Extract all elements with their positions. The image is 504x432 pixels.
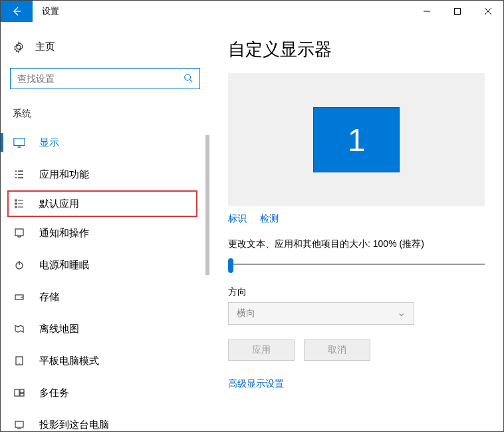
sidebar-item-label: 通知和操作: [39, 227, 89, 240]
default-apps-icon: [13, 197, 26, 210]
identify-link[interactable]: 标识: [228, 213, 247, 225]
multitask-icon: [13, 386, 26, 399]
maximize-icon: [454, 8, 461, 15]
project-icon: [13, 418, 26, 431]
sidebar: 主页 系统 显示 应用和功能: [1, 22, 209, 431]
slider-thumb[interactable]: [228, 258, 233, 273]
sidebar-item-notifications[interactable]: 通知和操作: [1, 217, 209, 249]
svg-point-1: [185, 74, 191, 80]
svg-rect-11: [20, 393, 24, 396]
slider-track: [228, 264, 485, 265]
scale-slider[interactable]: [228, 256, 485, 274]
sidebar-item-maps[interactable]: 离线地图: [1, 313, 209, 345]
search-input[interactable]: [17, 73, 184, 84]
minimize-icon: [424, 8, 430, 15]
svg-rect-3: [15, 229, 23, 236]
sidebar-section-label: 系统: [1, 89, 209, 126]
list-icon: [13, 168, 26, 181]
sidebar-nav: 显示 应用和功能 默认应用 通知和操作: [1, 126, 209, 432]
back-button[interactable]: [1, 1, 33, 22]
svg-rect-2: [14, 138, 25, 146]
maximize-button[interactable]: [442, 1, 473, 22]
sidebar-home-label: 主页: [35, 41, 55, 53]
svg-point-8: [19, 363, 20, 364]
display-icon: [13, 136, 26, 149]
window-title: 设置: [42, 5, 59, 17]
svg-rect-12: [15, 421, 23, 427]
orientation-label: 方向: [228, 286, 485, 298]
sidebar-item-project[interactable]: 投影到这台电脑: [1, 409, 209, 432]
sidebar-item-label: 显示: [39, 136, 59, 149]
map-icon: [13, 322, 26, 335]
button-row: 应用 取消: [228, 339, 485, 361]
titlebar: 设置: [1, 1, 503, 22]
close-icon: [485, 8, 491, 15]
window-controls: [412, 1, 503, 22]
advanced-display-link[interactable]: 高级显示设置: [228, 378, 485, 390]
notification-icon: [13, 226, 26, 240]
detect-link[interactable]: 检测: [260, 213, 279, 225]
sidebar-item-display[interactable]: 显示: [1, 126, 209, 158]
search-box[interactable]: [10, 68, 200, 89]
tablet-icon: [13, 354, 26, 367]
monitor-preview[interactable]: 1: [228, 73, 485, 206]
arrow-left-icon: [11, 6, 22, 17]
power-icon: [13, 258, 26, 272]
sidebar-item-label: 平板电脑模式: [39, 355, 99, 367]
svg-rect-10: [20, 389, 24, 393]
sidebar-item-label: 离线地图: [39, 323, 79, 335]
sidebar-home[interactable]: 主页: [1, 35, 209, 59]
search-icon: [184, 73, 193, 85]
content-area: 自定义显示器 1 标识 检测 更改文本、应用和其他项目的大小: 100% (推荐…: [209, 22, 503, 431]
svg-rect-0: [455, 9, 461, 15]
sidebar-item-multitask[interactable]: 多任务: [1, 377, 209, 409]
sidebar-item-storage[interactable]: 存储: [1, 281, 209, 313]
sidebar-item-label: 存储: [39, 291, 59, 304]
sidebar-item-label: 电源和睡眠: [39, 259, 89, 272]
sidebar-item-label: 应用和功能: [39, 168, 89, 181]
cancel-button[interactable]: 取消: [304, 339, 370, 361]
sidebar-item-label: 投影到这台电脑: [39, 419, 109, 431]
close-button[interactable]: [473, 1, 503, 22]
sidebar-item-label: 默认应用: [39, 198, 79, 210]
monitor-1[interactable]: 1: [313, 107, 400, 172]
sidebar-item-power[interactable]: 电源和睡眠: [1, 249, 209, 281]
apply-button[interactable]: 应用: [228, 339, 295, 361]
page-title: 自定义显示器: [228, 38, 485, 61]
minimize-button[interactable]: [412, 1, 442, 22]
sidebar-item-tablet[interactable]: 平板电脑模式: [1, 345, 209, 377]
storage-icon: [13, 290, 26, 304]
svg-point-6: [21, 297, 23, 298]
sidebar-item-apps[interactable]: 应用和功能: [1, 158, 209, 190]
scale-label: 更改文本、应用和其他项目的大小: 100% (推荐): [228, 238, 485, 250]
sidebar-item-default-apps[interactable]: 默认应用: [7, 190, 197, 217]
svg-rect-9: [15, 389, 19, 396]
gear-icon: [13, 41, 25, 53]
orientation-value: 横向: [237, 308, 255, 320]
preview-links: 标识 检测: [228, 213, 485, 225]
sidebar-item-label: 多任务: [39, 387, 69, 399]
orientation-dropdown[interactable]: 横向: [228, 302, 414, 325]
sidebar-scrollbar[interactable]: [205, 135, 209, 275]
